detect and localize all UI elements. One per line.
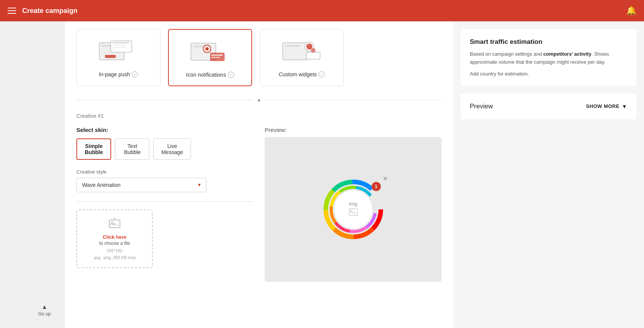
chevron-down-icon: ▼ [622,103,627,109]
collapse-caret-icon[interactable]: ▲ [253,96,265,103]
select-skin-label: Select skin: [76,127,253,133]
card-icon-notifications[interactable]: Icon notifications i [168,29,252,86]
file-upload-specs-line1: 192*192 [85,248,144,253]
notification-type-cards: In-page push i [76,29,442,86]
svg-point-15 [205,47,209,50]
custom-widgets-label: Custom widgets i [268,71,336,77]
upload-divider [76,201,253,202]
topbar: Create campaign 🔔 [0,0,644,21]
icon-notifications-info-icon[interactable]: i [228,72,234,78]
image-icon [349,208,358,218]
page-title: Create campaign [22,7,78,15]
icon-notifications-label: Icon notifications i [176,72,244,78]
card-custom-widgets[interactable]: Custom widgets i [260,29,344,86]
svg-rect-22 [285,51,302,52]
creative-style-select[interactable]: Wave Animation Static Pulse Bounce [76,178,206,192]
notification-bell-icon[interactable]: 🔔 [626,6,636,16]
right-sidebar: Smart traffic estimation Based on campai… [453,21,644,328]
smart-traffic-note: Add country for estimation. [470,71,627,77]
hamburger-menu[interactable] [8,8,16,14]
file-upload-box[interactable]: Click here to choose a file 192*192 .jpg… [76,209,153,268]
section-divider: ▲ [76,94,442,105]
show-more-button[interactable]: SHOW MORE ▼ [586,103,627,109]
go-up-arrow-icon: ▲ [41,304,47,310]
in-page-push-icon [84,37,152,68]
svg-rect-25 [306,52,320,59]
smart-traffic-description: Based on campaign settings and competito… [470,50,627,66]
image-placeholder: Img [334,190,372,228]
main-layout: In-page push i [0,21,644,328]
creative-style-label: Creative style [76,169,253,175]
svg-rect-21 [285,48,304,50]
svg-rect-17 [211,55,223,56]
custom-widgets-info-icon[interactable]: i [319,71,325,77]
creative-style-select-wrapper: Wave Animation Static Pulse Bounce ▼ [76,178,206,192]
preview-widget: ✕ 1 [323,179,384,240]
left-sidebar [0,21,65,328]
svg-rect-20 [285,45,300,47]
smart-traffic-card: Smart traffic estimation Based on campai… [461,29,636,86]
svg-point-24 [306,43,312,50]
file-upload-specs-line2: .jpg, .png, 350 KB max [85,255,144,260]
skin-text-bubble[interactable]: TextBubble [115,138,149,160]
creative-section-label: Creative #1 [76,113,442,119]
file-upload-icon [85,218,144,231]
smart-traffic-title: Smart traffic estimation [470,38,627,46]
file-upload-sub-text: to choose a file [85,241,144,246]
preview-sidebar-card: Preview SHOW MORE ▼ [461,93,636,119]
svg-rect-8 [112,47,126,48]
icon-notifications-icon [176,37,244,68]
in-page-push-label: In-page push i [84,71,152,77]
main-content: In-page push i [65,21,453,328]
svg-rect-5 [105,55,116,58]
topbar-left: Create campaign [8,7,78,15]
svg-point-26 [311,48,316,53]
preview-label: Preview: [265,127,442,133]
creative-right-col: Preview: ✕ 1 [265,127,442,282]
svg-rect-7 [112,45,127,46]
go-up-button[interactable]: ▲ Go up [38,304,51,317]
creative-two-col: Select skin: SimpleBubble TextBubble Liv… [76,127,442,282]
svg-rect-29 [113,218,116,219]
svg-rect-6 [112,42,129,43]
card-in-page-push[interactable]: In-page push i [76,29,160,86]
file-upload-click-text[interactable]: Click here [85,234,144,240]
skin-simple-bubble[interactable]: SimpleBubble [76,138,111,160]
skin-buttons: SimpleBubble TextBubble LiveMessage [76,138,253,160]
svg-rect-18 [211,57,220,58]
preview-sidebar-title: Preview [470,103,493,110]
creative-left-col: Select skin: SimpleBubble TextBubble Liv… [76,127,253,282]
skin-live-message[interactable]: LiveMessage [153,138,191,160]
preview-box: ✕ 1 [265,137,442,282]
custom-widgets-icon [268,37,336,68]
go-up-label: Go up [38,311,51,317]
show-more-label: SHOW MORE [586,103,620,109]
preview-close-icon[interactable]: ✕ [383,175,388,182]
notification-badge: 1 [372,182,381,191]
in-page-push-info-icon[interactable]: i [132,71,138,77]
